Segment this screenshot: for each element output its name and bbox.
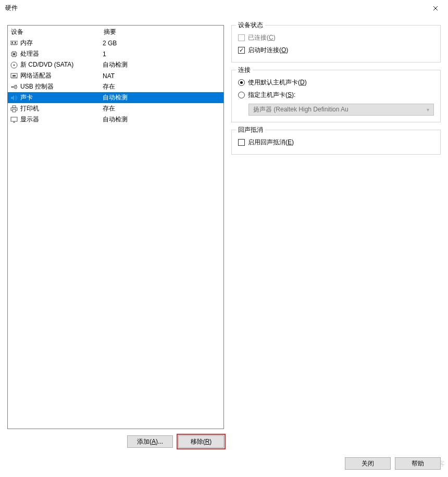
device-name: 打印机 <box>20 104 103 113</box>
remove-button[interactable]: 移除(R) <box>178 435 224 448</box>
svg-rect-14 <box>13 109 16 112</box>
add-button[interactable]: 添加(A)... <box>127 435 173 448</box>
connect-on-start-row[interactable]: ✓ 启动时连接(O) <box>238 44 434 56</box>
device-row-printer[interactable]: 打印机 存在 <box>8 103 223 114</box>
sound-icon <box>10 94 18 102</box>
device-summary: NAT <box>103 72 223 80</box>
connect-on-start-label: 启动时连接(O) <box>248 46 288 55</box>
enable-echo-label: 启用回声抵消(E) <box>248 138 294 147</box>
svg-rect-13 <box>13 106 16 108</box>
titlebar: 硬件 <box>0 0 448 17</box>
group-connection-legend: 连接 <box>236 66 253 74</box>
usb-icon <box>10 83 18 91</box>
device-row-nic[interactable]: 网络适配器 NAT <box>8 70 223 81</box>
device-row-memory[interactable]: 内存 2 GB <box>8 37 223 48</box>
use-default-row[interactable]: 使用默认主机声卡(D) <box>238 77 434 88</box>
group-echo-legend: 回声抵消 <box>236 125 265 134</box>
device-row-usb[interactable]: USB 控制器 存在 <box>8 81 223 92</box>
memory-icon <box>10 39 18 47</box>
main-area: 设备 摘要 内存 2 GB 处理器 1 <box>7 25 441 448</box>
checkbox-connect-on-start[interactable]: ✓ <box>238 47 245 54</box>
radio-specify[interactable] <box>238 92 245 98</box>
device-name: 新 CD/DVD (SATA) <box>20 60 103 69</box>
svg-rect-4 <box>13 53 15 55</box>
help-button[interactable]: 帮助 <box>395 457 441 470</box>
close-button[interactable]: 关闭 <box>345 457 391 470</box>
window-title: 硬件 <box>5 4 18 12</box>
device-summary: 自动检测 <box>103 60 223 69</box>
soundcard-select-value: 扬声器 (Realtek High Definition Au <box>253 105 349 114</box>
checkbox-enable-echo[interactable] <box>238 139 245 146</box>
connected-row: 已连接(C) <box>238 32 434 43</box>
device-summary: 1 <box>103 51 223 58</box>
device-summary: 2 GB <box>103 40 223 47</box>
use-default-label: 使用默认主机声卡(D) <box>248 78 307 87</box>
device-buttons: 添加(A)... 移除(R) <box>7 435 224 448</box>
device-name: 显示器 <box>20 115 103 124</box>
device-name: 网络适配器 <box>20 71 103 80</box>
column-summary: 摘要 <box>104 28 116 36</box>
disc-icon <box>10 61 18 69</box>
checkbox-connected <box>238 34 245 41</box>
connected-label: 已连接(C) <box>248 33 276 42</box>
right-column: 设备状态 已连接(C) ✓ 启动时连接(O) 连接 使用默认主机声卡(D) <box>231 25 441 448</box>
device-summary: 自动检测 <box>103 115 223 124</box>
close-icon[interactable] <box>424 1 447 16</box>
device-row-display[interactable]: 显示器 自动检测 <box>8 114 223 125</box>
display-icon <box>10 116 18 124</box>
device-summary: 存在 <box>103 104 223 113</box>
chevron-down-icon: ▾ <box>427 107 429 112</box>
add-label: 添加(A)... <box>137 438 163 445</box>
svg-rect-2 <box>15 42 16 43</box>
enable-echo-row[interactable]: 启用回声抵消(E) <box>238 136 434 148</box>
specify-row[interactable]: 指定主机声卡(S): <box>238 89 434 101</box>
svg-rect-1 <box>11 42 13 43</box>
svg-rect-10 <box>16 85 17 86</box>
device-row-sound[interactable]: 声卡 自动检测 <box>8 92 223 103</box>
cpu-icon <box>10 50 18 58</box>
soundcard-select: 扬声器 (Realtek High Definition Au ▾ <box>248 104 434 116</box>
group-echo: 回声抵消 启用回声抵消(E) <box>231 130 441 155</box>
radio-use-default[interactable] <box>238 79 245 86</box>
device-name: 处理器 <box>20 49 103 58</box>
group-device-status: 设备状态 已连接(C) ✓ 启动时连接(O) <box>231 25 441 62</box>
column-device: 设备 <box>11 28 104 36</box>
device-list-header: 设备 摘要 <box>8 26 223 37</box>
svg-rect-15 <box>11 117 17 121</box>
device-summary: 自动检测 <box>103 93 223 102</box>
nic-icon <box>10 72 18 80</box>
svg-point-11 <box>16 88 17 89</box>
footer-buttons: 关闭 帮助 <box>345 457 441 470</box>
svg-rect-8 <box>13 75 16 77</box>
remove-label: 移除(R) <box>191 438 212 445</box>
specify-label: 指定主机声卡(S): <box>248 91 295 99</box>
device-list[interactable]: 设备 摘要 内存 2 GB 处理器 1 <box>7 25 224 429</box>
printer-icon <box>10 105 18 113</box>
device-row-cddvd[interactable]: 新 CD/DVD (SATA) 自动检测 <box>8 59 223 70</box>
device-name: 声卡 <box>20 93 103 102</box>
device-row-cpu[interactable]: 处理器 1 <box>8 48 223 59</box>
group-connection: 连接 使用默认主机声卡(D) 指定主机声卡(S): 扬声器 (Realtek H… <box>231 70 441 122</box>
device-name: USB 控制器 <box>20 82 103 91</box>
group-device-status-legend: 设备状态 <box>236 21 265 30</box>
left-column: 设备 摘要 内存 2 GB 处理器 1 <box>7 25 224 448</box>
device-summary: 存在 <box>103 82 223 91</box>
device-name: 内存 <box>20 39 103 47</box>
svg-point-6 <box>14 64 15 66</box>
